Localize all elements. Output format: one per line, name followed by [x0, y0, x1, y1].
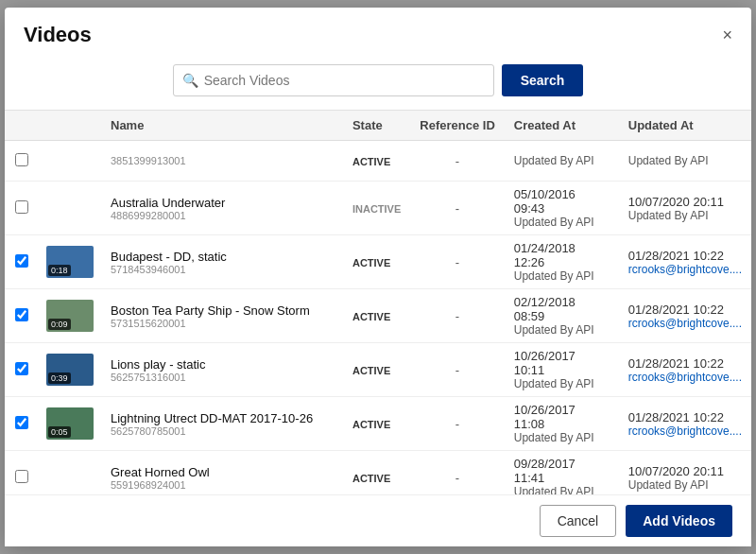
- created-date: 01/24/2018 12:26: [514, 241, 610, 269]
- video-id: 3851399913001: [111, 155, 334, 166]
- created-date: 10/26/2017 11:08: [514, 403, 610, 431]
- video-name: Great Horned Owl: [111, 465, 334, 479]
- updated-link[interactable]: rcrooks@brightcove....: [628, 317, 742, 330]
- ref-id-cell: -: [410, 451, 504, 495]
- created-at-cell: 10/26/2017 10:11Updated By API: [505, 343, 619, 397]
- table-row: 3851399913001ACTIVE-Updated By APIUpdate…: [5, 141, 751, 182]
- search-input-wrap: 🔍: [173, 64, 494, 96]
- search-icon: 🔍: [182, 73, 198, 88]
- updated-link[interactable]: rcrooks@brightcove....: [628, 424, 742, 438]
- modal-title: Videos: [24, 23, 92, 47]
- state-cell: ACTIVE: [343, 397, 410, 451]
- table-row: 0:18Budapest - DD, static5718453946001AC…: [5, 235, 751, 289]
- thumb-cell: [39, 451, 101, 495]
- close-button[interactable]: ×: [722, 26, 732, 43]
- updated-link[interactable]: rcrooks@brightcove....: [628, 371, 742, 384]
- search-bar: 🔍 Search: [5, 55, 751, 110]
- created-by: Updated By API: [514, 431, 610, 444]
- video-id: 5718453946001: [111, 264, 334, 275]
- col-ref-id: Reference ID: [410, 111, 504, 141]
- created-by: Updated By API: [514, 323, 610, 337]
- name-cell: Boston Tea Party Ship - Snow Storm573151…: [101, 289, 343, 343]
- row-checkbox[interactable]: [15, 470, 28, 483]
- updated-date: 01/28/2021 10:22: [628, 356, 742, 371]
- state-cell: ACTIVE: [343, 235, 410, 289]
- video-name: Budapest - DD, static: [111, 250, 334, 264]
- thumb-duration: 0:18: [48, 265, 71, 276]
- created-by: Updated By API: [514, 154, 610, 167]
- videos-table: Name State Reference ID Created At Updat…: [5, 111, 751, 494]
- state-badge: ACTIVE: [352, 365, 390, 376]
- table-row: 0:09Boston Tea Party Ship - Snow Storm57…: [5, 289, 751, 343]
- video-id: 5591968924001: [111, 479, 334, 491]
- state-badge: ACTIVE: [352, 473, 390, 484]
- state-badge: INACTIVE: [352, 203, 401, 215]
- row-checkbox[interactable]: [15, 200, 28, 214]
- row-checkbox-cell: [5, 182, 39, 235]
- name-cell: Australia Underwater4886999280001: [101, 182, 343, 235]
- created-at-cell: 02/12/2018 08:59Updated By API: [505, 289, 619, 343]
- cancel-button[interactable]: Cancel: [540, 505, 617, 537]
- updated-date: 01/28/2021 10:22: [628, 249, 742, 263]
- video-id: 5625751316001: [111, 372, 334, 383]
- modal-header: Videos ×: [5, 8, 751, 55]
- created-by: Updated By API: [514, 377, 610, 390]
- updated-at-cell: Updated By API: [619, 141, 751, 182]
- ref-id-cell: -: [410, 235, 504, 289]
- row-checkbox-cell: [5, 289, 39, 343]
- table-header-row: Name State Reference ID Created At Updat…: [5, 111, 751, 141]
- add-videos-button[interactable]: Add Videos: [626, 505, 732, 537]
- name-cell: 3851399913001: [101, 141, 343, 182]
- thumb-cell: [39, 141, 101, 182]
- video-name: Australia Underwater: [111, 196, 334, 210]
- state-badge: ACTIVE: [352, 419, 390, 430]
- thumb-cell: 0:05: [39, 397, 101, 451]
- created-date: 02/12/2018 08:59: [514, 295, 610, 323]
- col-checkbox: [5, 111, 39, 141]
- search-button[interactable]: Search: [502, 64, 584, 96]
- row-checkbox[interactable]: [15, 416, 28, 429]
- created-by: Updated By API: [514, 485, 610, 494]
- search-input[interactable]: [173, 64, 494, 96]
- thumb-cell: 0:18: [39, 235, 101, 289]
- state-badge: ACTIVE: [352, 311, 390, 322]
- updated-date: 01/28/2021 10:22: [628, 410, 742, 424]
- created-at-cell: 01/24/2018 12:26Updated By API: [505, 235, 619, 289]
- updated-date: 01/28/2021 10:22: [628, 303, 742, 317]
- videos-modal: Videos × 🔍 Search Name State Reference I…: [5, 8, 751, 546]
- created-date: 09/28/2017 11:41: [514, 457, 610, 485]
- updated-at-cell: 01/28/2021 10:22rcrooks@brightcove....: [619, 289, 751, 343]
- row-checkbox[interactable]: [15, 153, 28, 166]
- updated-date: 10/07/2020 20:11: [628, 195, 742, 209]
- ref-id-cell: -: [410, 182, 504, 235]
- name-cell: Lions play - static5625751316001: [101, 343, 343, 397]
- updated-link[interactable]: rcrooks@brightcove....: [628, 263, 742, 276]
- updated-by: Updated By API: [628, 478, 742, 492]
- table-row: 0:05Lightning Utrect DD-MAT 2017-10-2656…: [5, 397, 751, 451]
- updated-at-cell: 01/28/2021 10:22rcrooks@brightcove....: [619, 397, 751, 451]
- thumb-cell: 0:39: [39, 343, 101, 397]
- ref-id-cell: -: [410, 289, 504, 343]
- col-updated: Updated At: [619, 111, 751, 141]
- created-at-cell: 09/28/2017 11:41Updated By API: [505, 451, 619, 495]
- video-id: 4886999280001: [111, 210, 334, 221]
- state-cell: ACTIVE: [343, 451, 410, 495]
- row-checkbox-cell: [5, 141, 39, 182]
- updated-at-cell: 01/28/2021 10:22rcrooks@brightcove....: [619, 343, 751, 397]
- updated-at-cell: 10/07/2020 20:11Updated By API: [619, 182, 751, 235]
- row-checkbox[interactable]: [15, 362, 28, 375]
- created-date: 10/26/2017 10:11: [514, 349, 610, 377]
- video-id: 5731515620001: [111, 318, 334, 329]
- row-checkbox[interactable]: [15, 254, 28, 268]
- ref-id-cell: -: [410, 397, 504, 451]
- state-cell: ACTIVE: [343, 343, 410, 397]
- ref-id-cell: -: [410, 343, 504, 397]
- row-checkbox-cell: [5, 235, 39, 289]
- row-checkbox[interactable]: [15, 308, 28, 321]
- thumb-duration: 0:39: [48, 372, 71, 384]
- thumb-duration: 0:05: [48, 426, 71, 438]
- updated-by: Updated By API: [628, 154, 742, 167]
- created-at-cell: 05/10/2016 09:43Updated By API: [505, 182, 619, 235]
- table-row: 0:39Lions play - static5625751316001ACTI…: [5, 343, 751, 397]
- col-created: Created At: [505, 111, 619, 141]
